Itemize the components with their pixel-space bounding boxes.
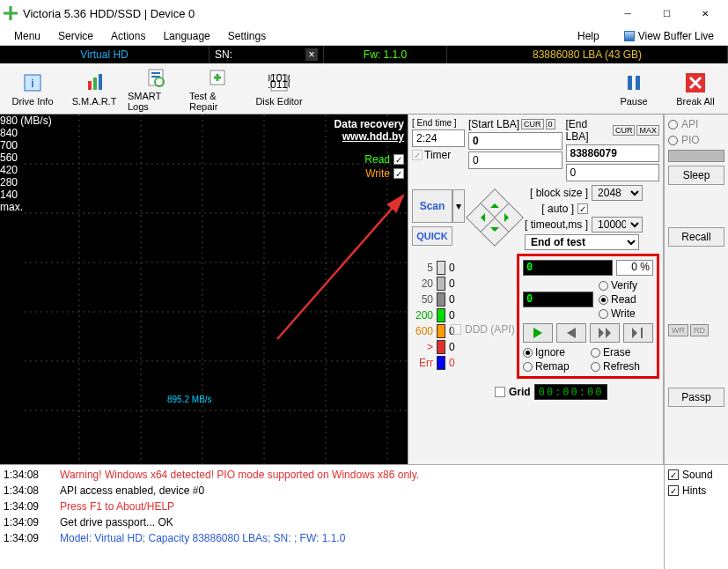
sn-clear-button[interactable]: × [305,48,318,61]
erase-radio[interactable] [591,348,600,358]
menu-service[interactable]: Service [49,28,102,44]
step-back-button[interactable] [556,323,586,343]
svg-text:i: i [31,78,33,90]
hist-200-box [437,308,445,322]
scan-dropdown-button[interactable]: ▾ [452,189,465,223]
main-area: 980 (MB/s) 840 700 560 420 280 140 Data … [0,115,728,464]
refresh-radio[interactable] [591,362,600,372]
menu-language[interactable]: Language [154,28,218,44]
pio-radio[interactable] [668,136,678,145]
titlebar: Victoria 5.36 HDD/SSD | Device 0 ─ ☐ ✕ [0,0,728,26]
timeout-select[interactable]: 10000 [592,217,643,233]
log-list[interactable]: 1:34:08Warning! Windows x64 detected! PI… [0,465,664,569]
hist-err-box [437,356,445,370]
sound-checkbox[interactable] [668,469,679,480]
timer-label: Timer [424,149,451,161]
svg-rect-14 [636,76,640,90]
menu-settings[interactable]: Settings [219,28,275,44]
auto-label: [ auto ] [541,203,574,215]
sleep-button[interactable]: Sleep [668,166,724,185]
skip-end-button[interactable] [623,323,653,343]
remap-radio[interactable] [523,362,533,372]
ddd-checkbox[interactable] [451,324,461,335]
passp-button[interactable]: Passp [668,388,724,407]
menu-menu[interactable]: Menu [5,28,49,44]
rw-legend: Read✓ Write✓ [364,153,404,181]
read-checkbox[interactable]: ✓ [393,154,404,165]
minimize-button[interactable]: ─ [608,0,647,26]
verify-radio[interactable] [599,281,608,291]
logs-icon [144,66,167,89]
end-cur-button[interactable]: CUR [613,125,636,136]
legend-write: Write [365,167,390,180]
hist-50-box [437,292,445,307]
grid-checkbox[interactable] [495,387,505,397]
log-line: 1:34:08API access enabled, device #0 [4,483,660,499]
svg-rect-6 [151,72,160,74]
ignore-radio[interactable] [523,348,533,358]
menubar: Menu Service Actions Language Settings H… [0,26,728,46]
pause-icon [622,71,645,94]
end-of-test-select[interactable]: End of test [525,234,639,250]
log-area: 1:34:08Warning! Windows x64 detected! PI… [0,464,728,569]
editor-icon: 0101010110 [268,71,290,94]
drive-info-button[interactable]: iDrive Info [4,65,62,113]
device-statusbar: Virtual HD SN:× Fw: 1.1.0 83886080 LBA (… [0,46,728,63]
device-model: Virtual HD [80,48,128,61]
wr-indicator: WR [668,324,688,336]
smart-logs-button[interactable]: SMART Logs [127,65,185,113]
smart-icon [83,71,106,94]
menu-actions[interactable]: Actions [102,28,154,44]
log-line: 1:34:08Warning! Windows x64 detected! PI… [4,467,660,483]
quick-button[interactable]: QUICK [412,226,452,246]
scan-button[interactable]: Scan [412,189,452,223]
auto-checkbox[interactable]: ✓ [577,203,588,214]
view-buffer-label: View Buffer Live [638,30,714,42]
right-panel: API PIO Sleep Recall WRRD Passp [664,115,728,464]
start-cur-button[interactable]: CUR [521,119,544,129]
app-icon [4,6,18,20]
start-zero-button[interactable]: 0 [546,119,555,129]
play-button[interactable] [523,323,553,343]
recall-button[interactable]: Recall [668,227,724,247]
write-checkbox[interactable]: ✓ [393,168,404,179]
api-radio[interactable] [668,120,678,129]
svg-rect-3 [93,78,97,90]
block-size-select[interactable]: 2048 [592,185,643,201]
info-icon: i [21,71,44,94]
break-icon [684,71,707,94]
test-options-box: 0 0 % 0 Verify Read Write DDD (API) [517,254,659,379]
svg-rect-4 [99,74,102,90]
log-line: 1:34:09Press F1 to About/HELP [4,499,660,514]
end-time-input[interactable] [412,129,465,147]
pause-button[interactable]: Pause [605,65,663,113]
timer-checkbox[interactable]: ✓ [412,150,423,160]
svg-rect-13 [628,76,632,90]
rd-indicator: RD [690,324,709,336]
smart-button[interactable]: S.M.A.R.T [65,65,123,113]
start-cur-input[interactable] [468,151,563,169]
speed-graph: 980 (MB/s) 840 700 560 420 280 140 Data … [0,115,408,464]
end-max-button[interactable]: MAX [636,125,659,136]
test-repair-button[interactable]: Test & Repair [188,65,246,113]
current-speed: 895.2 MB/s [167,395,212,404]
maximize-button[interactable]: ☐ [647,0,686,26]
read-radio[interactable] [599,295,608,305]
step-fwd-button[interactable] [590,323,620,343]
hints-checkbox[interactable] [668,485,679,496]
lba-capacity: 83886080 LBA (43 GB) [533,48,642,61]
window-title: Victoria 5.36 HDD/SSD | Device 0 [23,7,608,20]
break-all-button[interactable]: Break All [666,65,724,113]
legend-read: Read [364,153,390,166]
close-button[interactable]: ✕ [686,0,724,26]
start-lba-header: [Start LBA] [468,118,519,130]
nav-diamond [468,191,521,244]
menu-help[interactable]: Help [569,28,608,44]
end-cur-input[interactable] [566,164,660,181]
end-lba-input[interactable] [566,144,660,162]
start-lba-input[interactable] [468,132,563,150]
hist-20-box [437,277,445,291]
disk-editor-button[interactable]: 0101010110Disk Editor [250,65,308,113]
write-radio[interactable] [599,309,608,319]
view-buffer-live-button[interactable]: View Buffer Live [615,28,723,44]
